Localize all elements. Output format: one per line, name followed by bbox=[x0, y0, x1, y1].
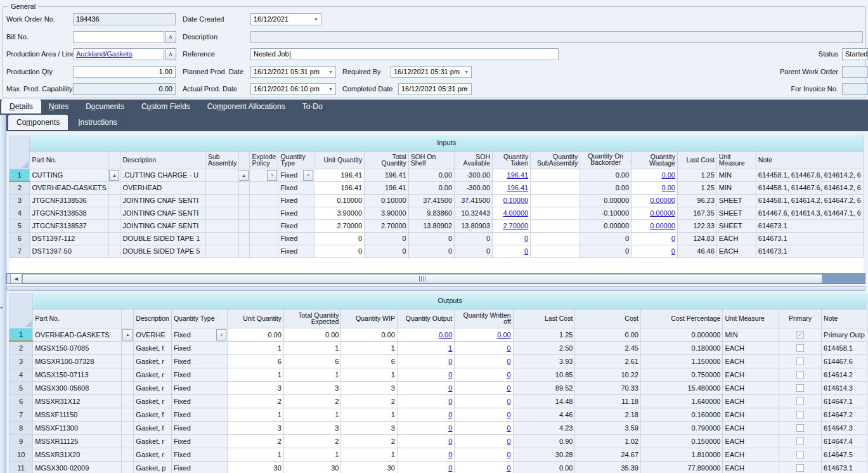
outputs-grid-cell-part_no[interactable]: MGSX150-07085 bbox=[33, 341, 121, 354]
inputs-grid-cell-total_quantity[interactable]: 0.10000 bbox=[365, 194, 408, 207]
primary-checkbox[interactable] bbox=[796, 398, 804, 405]
inputs-grid-cell-explode_policy[interactable] bbox=[250, 232, 278, 245]
column-header-note[interactable]: Note bbox=[822, 309, 867, 328]
inputs-grid-cell-part_spin[interactable] bbox=[108, 232, 120, 245]
chevron-down-icon[interactable]: ▼ bbox=[314, 17, 318, 22]
primary-checkbox[interactable] bbox=[796, 411, 804, 418]
outputs-grid-cell-part_spin[interactable] bbox=[121, 408, 134, 421]
column-header-quantity_wip[interactable]: Quantity WIP bbox=[341, 309, 397, 328]
outputs-grid-cell-cost[interactable]: 70.33 bbox=[575, 381, 641, 394]
quantity-link[interactable]: 0 bbox=[524, 247, 528, 255]
inputs-grid-cell-unit_quantity[interactable]: 0 bbox=[314, 245, 365, 257]
tab-to-do[interactable]: To-Do bbox=[302, 100, 323, 113]
outputs-grid-cell-total_quantity_expected[interactable]: 3 bbox=[283, 381, 341, 394]
column-header-quantity_type[interactable]: Quantity Type bbox=[171, 309, 227, 328]
outputs-grid-cell-unit_measure[interactable]: EACH bbox=[723, 461, 779, 473]
inputs-grid-cell-soh_on_shelf[interactable]: 13.80902 bbox=[408, 219, 454, 232]
inputs-grid-cell-soh_on_shelf[interactable]: 0 bbox=[408, 232, 454, 245]
outputs-grid-cell-quantity_output[interactable]: 0 bbox=[397, 368, 454, 381]
inputs-grid-cell-sub_spin[interactable] bbox=[239, 245, 250, 257]
outputs-grid-cell-last_cost[interactable]: 30.28 bbox=[513, 448, 575, 461]
inputs-grid-cell-quantity_wastage[interactable]: 0 bbox=[632, 232, 678, 245]
inputs-grid-cell-description[interactable]: JOINTING CNAF SENTI bbox=[120, 194, 205, 207]
inputs-grid-cell-quantity_wastage[interactable]: 0.00000 bbox=[632, 219, 678, 232]
inputs-grid-cell-description[interactable]: .CUTTING CHARGE - U bbox=[120, 169, 205, 181]
inputs-grid-cell-quantity_subassembly[interactable] bbox=[531, 181, 580, 194]
outputs-grid-cell-unit_measure[interactable]: EACH bbox=[723, 368, 779, 381]
inputs-grid-cell-sub_spin[interactable] bbox=[239, 219, 250, 232]
outputs-grid-cell-note[interactable]: 614647.5 bbox=[822, 448, 867, 461]
inputs-grid-cell-sub_spin[interactable]: ▲ bbox=[239, 169, 250, 181]
outputs-grid-cell-part_no[interactable]: MGSXR100-07328 bbox=[33, 354, 121, 368]
outputs-grid-cell-unit_quantity[interactable]: 2 bbox=[228, 434, 283, 448]
quantity-link[interactable]: 0 bbox=[507, 424, 511, 432]
production-area-lookup-button[interactable]: ∧ bbox=[165, 48, 176, 60]
outputs-grid-cell-part_spin[interactable]: ▲ bbox=[121, 328, 134, 341]
column-header-quantity_written_off[interactable]: Quantity Written off bbox=[455, 309, 513, 328]
inputs-grid-cell-sub_assembly[interactable] bbox=[205, 245, 239, 257]
inputs-grid-cell-quantity_type[interactable]: Fixed∨ bbox=[278, 169, 314, 181]
inputs-grid-cell-total_quantity[interactable]: 2.70000 bbox=[365, 219, 408, 232]
quantity-link[interactable]: 0.00000 bbox=[650, 197, 675, 204]
inputs-grid-cell-sub_spin[interactable] bbox=[239, 207, 250, 219]
inputs-grid-cell-part_no[interactable]: OVERHEAD-GASKETS bbox=[30, 181, 108, 194]
inputs-grid-cell-soh_available[interactable]: 0 bbox=[455, 232, 493, 245]
outputs-grid-cell-part_no[interactable]: MSSXR11125 bbox=[33, 434, 121, 448]
outputs-grid-cell-unit_quantity[interactable]: 3 bbox=[228, 381, 283, 394]
inputs-grid-cell-quantity_subassembly[interactable] bbox=[531, 207, 580, 219]
outputs-grid-cell-quantity_output[interactable]: 0 bbox=[397, 408, 454, 421]
inputs-grid-cell-quantity_on_backorder[interactable]: 0.00 bbox=[580, 169, 632, 181]
outputs-grid-cell-unit_measure[interactable]: EACH bbox=[723, 341, 779, 354]
outputs-grid-cell-primary[interactable] bbox=[779, 461, 821, 473]
inputs-grid-cell-unit_measure[interactable]: SHEET bbox=[716, 207, 756, 219]
outputs-grid-cell-total_quantity_expected[interactable]: 1 bbox=[283, 341, 341, 354]
inputs-grid-cell-sub_assembly[interactable] bbox=[205, 207, 239, 219]
inputs-grid-cell-quantity_type[interactable]: Fixed bbox=[278, 181, 314, 194]
inputs-grid-cell-unit_quantity[interactable]: 2.70000 bbox=[314, 219, 365, 232]
scroll-left-button[interactable]: ◀ bbox=[11, 274, 22, 283]
outputs-grid-cell-part_no[interactable]: MSSXR31X20 bbox=[33, 448, 121, 461]
outputs-grid-cell-quantity_wip[interactable]: 1 bbox=[341, 341, 397, 354]
outputs-grid-cell-total_quantity_expected[interactable]: 0.00 bbox=[283, 328, 341, 341]
outputs-grid-cell-quantity_output[interactable]: 0 bbox=[397, 434, 454, 448]
panel-splitter[interactable] bbox=[6, 286, 865, 291]
column-header-cost_percentage[interactable]: Cost Percentage bbox=[640, 309, 723, 328]
column-header-sub_assembly[interactable]: Sub Assembly bbox=[205, 151, 239, 169]
quantity-link[interactable]: 0 bbox=[671, 235, 675, 242]
column-header-primary[interactable]: Primary bbox=[779, 309, 821, 328]
outputs-grid-cell-cost[interactable]: 11.18 bbox=[575, 394, 641, 408]
quantity-link[interactable]: 0 bbox=[448, 451, 452, 458]
row-selector[interactable]: 3 bbox=[10, 194, 30, 207]
primary-checkbox[interactable] bbox=[796, 464, 804, 472]
row-selector[interactable]: 2 bbox=[10, 341, 33, 354]
inputs-grid-cell-soh_on_shelf[interactable]: 9.83860 bbox=[408, 207, 454, 219]
outputs-grid-cell-quantity_type[interactable]: Fixed bbox=[171, 341, 227, 354]
tab-notes[interactable]: Notes bbox=[49, 100, 68, 113]
tab-component-allocations[interactable]: Component Allocations bbox=[207, 100, 285, 113]
inputs-grid-cell-description[interactable]: JOINTING CNAF SENTI bbox=[120, 219, 205, 232]
inputs-grid-cell-part_spin[interactable] bbox=[108, 219, 120, 232]
inputs-grid-cell-quantity_on_backorder[interactable]: 0.00000 bbox=[580, 194, 632, 207]
quantity-link[interactable]: 0.00000 bbox=[650, 222, 675, 230]
inputs-grid-cell-soh_available[interactable]: 10.32443 bbox=[455, 207, 493, 219]
inputs-grid-cell-last_cost[interactable]: 46.46 bbox=[677, 245, 716, 257]
inputs-grid-cell-unit_measure[interactable]: MIN bbox=[716, 181, 756, 194]
inputs-grid-cell-quantity_subassembly[interactable] bbox=[531, 245, 580, 257]
row-selector[interactable]: 2 bbox=[10, 181, 30, 194]
outputs-grid-cell-total_quantity_expected[interactable]: 1 bbox=[283, 448, 341, 461]
column-header-quantity_taken[interactable]: Quantity Taken bbox=[493, 151, 531, 169]
outputs-grid-cell-part_spin[interactable] bbox=[121, 394, 134, 408]
column-header-quantity_type[interactable]: Quantity Type bbox=[278, 151, 314, 169]
quantity-link[interactable]: 0 bbox=[507, 384, 511, 392]
side-splitter[interactable]: ▸ bbox=[0, 115, 6, 473]
outputs-grid-cell-primary[interactable] bbox=[779, 448, 821, 461]
outputs-grid-cell-unit_quantity[interactable]: 1 bbox=[228, 368, 283, 381]
column-header-last_cost[interactable]: Last Cost bbox=[677, 151, 716, 169]
outputs-grid-cell-part_spin[interactable] bbox=[121, 341, 134, 354]
inputs-grid-cell-description[interactable]: JOINTING CNAF SENTI bbox=[120, 207, 205, 219]
outputs-grid-cell-last_cost[interactable]: 2.50 bbox=[513, 341, 575, 354]
dropdown-button[interactable]: ∨ bbox=[303, 170, 313, 181]
tab-custom-fields[interactable]: Custom Fields bbox=[141, 100, 190, 113]
inputs-grid-cell-unit_measure[interactable]: SHEET bbox=[716, 194, 756, 207]
outputs-grid-cell-quantity_written_off[interactable]: 0 bbox=[455, 448, 513, 461]
